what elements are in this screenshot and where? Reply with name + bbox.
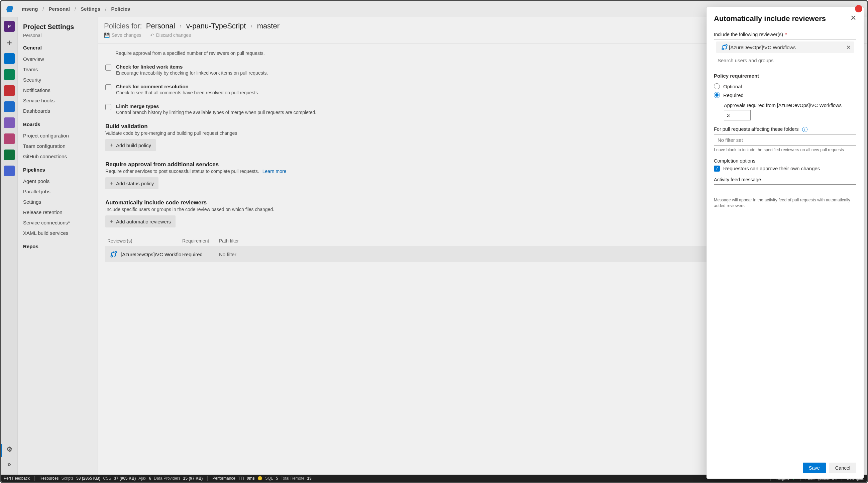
reviewer-search-input[interactable] <box>714 55 856 66</box>
sql-label: SQL <box>265 476 273 481</box>
breadcrumb: mseng / Personal / Settings / Policies <box>20 6 132 12</box>
breadcrumb-sep: / <box>40 6 46 12</box>
nav-teams[interactable]: Teams <box>23 64 92 74</box>
radio-optional[interactable]: Optional <box>714 83 856 89</box>
radio-required-label: Required <box>723 92 744 98</box>
nav-parallel-jobs[interactable]: Parallel jobs <box>23 186 92 197</box>
save-changes-button: 💾 Save changes <box>104 32 142 38</box>
rail-collapse-icon[interactable] <box>4 459 15 469</box>
nav-service-connections[interactable]: Service connections* <box>23 217 92 228</box>
breadcrumb-settings[interactable]: Settings <box>79 6 102 12</box>
approvals-required-input[interactable] <box>724 110 751 120</box>
scope-repo[interactable]: v-panu-TypeScript <box>185 22 247 30</box>
info-icon[interactable]: i <box>802 127 807 132</box>
breadcrumb-policies[interactable]: Policies <box>109 6 132 12</box>
nav-agent-pools[interactable]: Agent pools <box>23 176 92 186</box>
add-build-policy-button[interactable]: Add build policy <box>105 139 156 151</box>
folders-label: For pull requests affecting these folder… <box>714 126 856 132</box>
chevron-right-icon: › <box>177 23 185 29</box>
rail-add-icon[interactable]: ＋ <box>4 37 15 48</box>
nav-dashboards[interactable]: Dashboards <box>23 106 92 116</box>
flyout-title: Automatically include reviewers <box>714 14 856 23</box>
policy-desc: Check to see that all comments have been… <box>116 90 259 95</box>
perf-feedback-link[interactable]: Perf Feedback <box>4 476 30 481</box>
nav-overview[interactable]: Overview <box>23 54 92 64</box>
nav-service-hooks[interactable]: Service hooks <box>23 95 92 106</box>
reviewer-pill-label: [AzureDevOps]\VC Workflows <box>729 44 845 50</box>
radio-icon[interactable] <box>714 83 720 89</box>
sql-value: 5 <box>276 476 278 481</box>
performance-label[interactable]: Performance <box>212 476 236 481</box>
left-rail: P ＋ <box>1 17 18 475</box>
rail-item-5[interactable] <box>4 101 15 112</box>
pull-request-icon <box>109 250 118 259</box>
total-remote-label: Total Remote <box>281 476 305 481</box>
nav-team-config[interactable]: Team configuration <box>23 141 92 151</box>
radio-icon[interactable] <box>714 92 720 98</box>
completion-options-header: Completion options <box>714 158 856 163</box>
remove-reviewer-icon[interactable]: ✕ <box>845 44 852 51</box>
rail-item-6[interactable] <box>4 117 15 128</box>
svg-point-1 <box>115 251 117 253</box>
reviewer-requirement: Required <box>182 251 219 257</box>
window-close-dot[interactable] <box>855 5 862 12</box>
rail-item-3[interactable] <box>4 69 15 80</box>
flyout-close-icon[interactable]: ✕ <box>850 14 856 22</box>
rail-item-9[interactable] <box>4 165 15 176</box>
col-reviewers: Reviewer(s) <box>105 238 182 243</box>
emoji-icon: 😐 <box>257 476 262 481</box>
azure-devops-logo-icon <box>6 5 14 13</box>
auto-reviewers-flyout: Automatically include reviewers ✕ Includ… <box>707 7 864 479</box>
undo-icon: ↶ <box>150 32 154 38</box>
policy-title: Check for linked work items <box>116 64 268 69</box>
ajax-label: Ajax <box>138 476 146 481</box>
rail-item-2[interactable] <box>4 53 15 64</box>
radio-optional-label: Optional <box>723 84 742 89</box>
cancel-button[interactable]: Cancel <box>829 462 856 473</box>
breadcrumb-project[interactable]: Personal <box>47 6 72 12</box>
checkbox-icon[interactable] <box>105 84 111 90</box>
rail-item-8[interactable] <box>4 150 15 160</box>
own-changes-checkbox-line[interactable]: ✓ Requestors can approve their own chang… <box>714 165 856 172</box>
nav-security[interactable]: Security <box>23 74 92 85</box>
checkbox-checked-icon[interactable]: ✓ <box>714 165 720 172</box>
policy-title: Check for comment resolution <box>116 84 259 89</box>
rail-item-4[interactable] <box>4 85 15 96</box>
breadcrumb-org[interactable]: mseng <box>20 6 40 12</box>
tti-label: TTI <box>238 476 244 481</box>
activity-message-input[interactable] <box>714 184 856 196</box>
nav-group-general: General <box>23 45 92 51</box>
add-status-policy-button[interactable]: Add status policy <box>105 177 158 189</box>
rail-settings-gear-icon[interactable] <box>4 444 15 455</box>
nav-pipelines-settings[interactable]: Settings <box>23 197 92 207</box>
nav-github-connections[interactable]: GitHub connections <box>23 151 92 161</box>
rail-item-7[interactable] <box>4 133 15 144</box>
discard-changes-label: Discard changes <box>156 32 191 38</box>
save-button[interactable]: Save <box>803 462 826 473</box>
activity-hint: Message will appear in the activity feed… <box>714 198 856 209</box>
discard-changes-button: ↶ Discard changes <box>150 32 191 38</box>
resources-label[interactable]: Resources <box>39 476 59 481</box>
nav-release-retention[interactable]: Release retention <box>23 207 92 217</box>
scope-project[interactable]: Personal <box>145 22 177 30</box>
folders-filter-input[interactable] <box>714 134 856 146</box>
checkbox-icon[interactable] <box>105 65 111 70</box>
rail-project-p[interactable]: P <box>4 21 15 32</box>
nav-notifications[interactable]: Notifications <box>23 85 92 95</box>
checkbox-icon[interactable] <box>105 104 111 110</box>
activity-label: Activity feed message <box>714 177 856 182</box>
learn-more-link[interactable]: Learn more <box>262 169 286 174</box>
nav-xaml-build[interactable]: XAML build services <box>23 228 92 238</box>
reviewer-picker[interactable]: [AzureDevOps]\VC Workflows ✕ <box>714 39 856 66</box>
policy-title: Limit merge types <box>116 103 316 109</box>
nav-project-config[interactable]: Project configuration <box>23 130 92 141</box>
radio-required[interactable]: Required <box>714 92 856 98</box>
settings-title: Project Settings <box>23 23 92 31</box>
total-remote-value: 13 <box>307 476 311 481</box>
svg-point-0 <box>111 255 113 257</box>
add-auto-reviewers-button[interactable]: Add automatic reviewers <box>105 215 176 228</box>
scope-branch[interactable]: master <box>256 22 281 30</box>
folders-hint: Leave blank to include the specified rev… <box>714 147 856 153</box>
chevron-right-icon: › <box>247 23 255 29</box>
ajax-value: 6 <box>149 476 152 481</box>
